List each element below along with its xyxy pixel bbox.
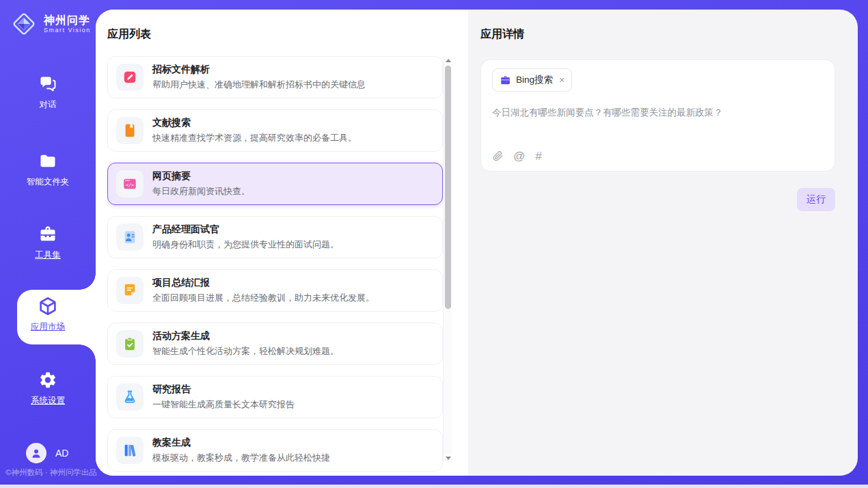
user-name: AD [55, 448, 68, 459]
books-icon [116, 437, 144, 464]
edit-document-icon [116, 64, 144, 91]
sidebar-item-settings[interactable]: 系统设置 [0, 370, 96, 407]
app-card-lesson-plan[interactable]: 教案生成 模板驱动，教案秒成，教学准备从此轻松快捷 [107, 429, 443, 472]
flask-icon [116, 383, 144, 411]
sidebar-item-label: 系统设置 [31, 395, 65, 407]
app-title: 产品经理面试官 [152, 223, 339, 236]
app-desc: 帮助用户快速、准确地理解和解析招标书中的关键信息 [152, 79, 366, 91]
gear-icon [38, 370, 58, 390]
sidebar-item-smart-folder[interactable]: 智能文件夹 [0, 151, 96, 188]
app-title: 网页摘要 [152, 170, 250, 182]
app-list: 招标文件解析 帮助用户快速、准确地理解和解析招标书中的关键信息 文献搜索 快速精… [107, 56, 443, 476]
toolbox-icon [38, 224, 58, 245]
app-card-event-plan[interactable]: 活动方案生成 智能生成个性化活动方案，轻松解决规划难题。 [107, 323, 443, 365]
app-list-title: 应用列表 [107, 27, 151, 42]
app-title: 研究报告 [152, 383, 295, 396]
sidebar: 神州问学 Smart Vision 对话 智能文件夹 工具集 [0, 0, 96, 485]
avatar [26, 443, 46, 463]
sidebar-item-label: 智能文件夹 [27, 176, 70, 188]
main-content: 应用列表 招标文件解析 帮助用户快速、准确地理解和解析招标书中的关键信息 [96, 10, 858, 476]
close-icon[interactable]: × [559, 75, 565, 85]
scrollbar-thumb[interactable] [445, 66, 451, 309]
app-desc: 明确身份和职责，为您提供专业性的面试问题。 [152, 239, 339, 251]
query-input[interactable]: 今日湖北有哪些新闻要点？有哪些需要关注的最新政策？ [492, 107, 824, 119]
app-desc: 快速精准查找学术资源，提高研究效率的必备工具。 [152, 132, 357, 144]
sidebar-item-label: 应用市场 [31, 321, 65, 333]
brand-logo: 神州问学 Smart Vision [10, 10, 91, 38]
book-icon [116, 117, 144, 144]
folder-icon [38, 151, 58, 172]
app-card-bid-analysis[interactable]: 招标文件解析 帮助用户快速、准确地理解和解析招标书中的关键信息 [107, 56, 443, 98]
cube-icon [38, 296, 58, 316]
run-button[interactable]: 运行 [797, 188, 835, 211]
app-card-pm-interviewer[interactable]: 产品经理面试官 明确身份和职责，为您提供专业性的面试问题。 [107, 216, 443, 258]
sidebar-item-label: 工具集 [35, 249, 61, 261]
app-list-scrollbar[interactable] [443, 56, 452, 462]
app-detail-title: 应用详情 [480, 27, 835, 42]
window-bottom-strip [0, 485, 868, 488]
app-desc: 全面回顾项目进展，总结经验教训，助力未来优化发展。 [152, 292, 375, 304]
brand-diamond-icon [10, 10, 38, 38]
sidebar-item-app-market[interactable]: 应用市场 [0, 296, 96, 333]
app-desc: 一键智能生成高质量长文本研究报告 [152, 398, 295, 411]
app-desc: 每日政府新闻资讯快查。 [152, 185, 250, 198]
app-input-card: Bing搜索 × 今日湖北有哪些新闻要点？有哪些需要关注的最新政策？ @ # [480, 59, 835, 172]
paperclip-icon[interactable] [493, 150, 503, 162]
mention-icon[interactable]: @ [513, 150, 525, 162]
interviewer-icon [116, 223, 144, 251]
briefcase-icon [500, 74, 511, 86]
sidebar-item-toolset[interactable]: 工具集 [0, 224, 96, 261]
app-card-web-summary[interactable]: </> 网页摘要 每日政府新闻资讯快查。 [107, 163, 443, 205]
input-toolbar: @ # [493, 150, 542, 162]
app-detail-pane: 应用详情 Bing搜索 × 今日湖北有哪些新闻要点？有哪些需要关注的最新政策？ [468, 10, 858, 476]
app-title: 项目总结汇报 [152, 277, 375, 289]
scroll-up-icon[interactable] [444, 56, 452, 64]
app-card-research-report[interactable]: 研究报告 一键智能生成高质量长文本研究报告 [107, 376, 443, 418]
app-list-pane: 应用列表 招标文件解析 帮助用户快速、准确地理解和解析招标书中的关键信息 [96, 10, 468, 476]
user-account[interactable]: AD [26, 443, 68, 463]
hash-icon[interactable]: # [535, 150, 541, 162]
tool-chip-bing-search[interactable]: Bing搜索 × [492, 68, 572, 92]
app-title: 招标文件解析 [152, 64, 366, 76]
app-card-project-summary[interactable]: 项目总结汇报 全面回顾项目进展，总结经验教训，助力未来优化发展。 [107, 269, 443, 312]
chat-icon [38, 74, 58, 94]
clipboard-check-icon [116, 330, 144, 357]
app-title: 文献搜索 [152, 117, 357, 129]
app-desc: 智能生成个性化活动方案，轻松解决规划难题。 [152, 345, 339, 357]
note-icon [116, 277, 144, 304]
app-title: 活动方案生成 [152, 330, 339, 342]
sidebar-item-label: 对话 [40, 99, 57, 111]
brand-name: 神州问学 [44, 14, 91, 27]
sidebar-item-chat[interactable]: 对话 [0, 74, 96, 111]
app-title: 教案生成 [152, 437, 330, 449]
svg-text:</>: </> [126, 182, 134, 188]
sidebar-footer: ©神州数码 · 神州问学出品 [5, 467, 97, 478]
browser-code-icon: </> [116, 170, 144, 198]
brand-subtitle: Smart Vision [44, 27, 91, 33]
app-desc: 模板驱动，教案秒成，教学准备从此轻松快捷 [152, 452, 330, 464]
app-card-literature-search[interactable]: 文献搜索 快速精准查找学术资源，提高研究效率的必备工具。 [107, 109, 443, 152]
scroll-down-icon[interactable] [444, 454, 452, 462]
tool-chip-label: Bing搜索 [516, 74, 553, 86]
